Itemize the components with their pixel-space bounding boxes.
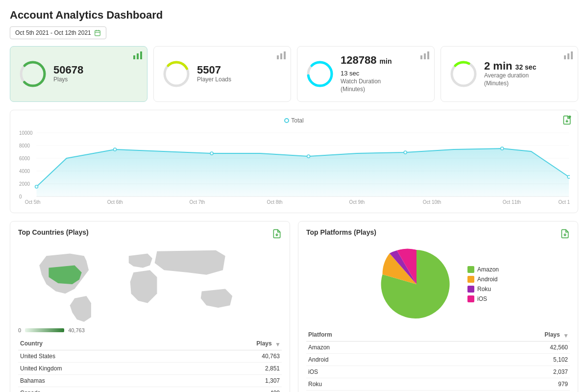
chart-legend: Total [18,117,570,124]
country-name: United States [18,350,183,362]
svg-rect-0 [95,30,100,36]
chart-export-button[interactable]: + [562,115,572,126]
metric-card-watch-duration[interactable]: 128788 min 13 sec Watch Duration(Minutes… [297,46,435,102]
svg-rect-11 [277,55,279,59]
country-col-header: Country [18,337,183,350]
svg-rect-16 [420,55,422,59]
metric-label-avg-duration: Average duration(Minutes) [484,72,570,87]
svg-point-39 [35,185,38,188]
map-scale-min: 0 [18,327,21,333]
gauge-player-loads [162,59,191,89]
map-scale-bar [25,328,64,332]
plays-col-header: Plays ▼ [183,337,282,350]
svg-rect-17 [424,53,426,59]
svg-rect-23 [571,51,573,59]
metric-info-player-loads: 5507 Player Loads [197,64,283,84]
svg-rect-22 [567,53,569,59]
chart-bar-icon-watch-duration [420,51,429,61]
legend-amazon: Amazon [467,266,499,273]
platform-plays: 2,037 [439,366,570,378]
svg-rect-18 [427,51,429,59]
top-platforms-title: Top Platforms (Plays) [306,228,376,236]
metric-value-player-loads: 5507 [197,64,283,76]
ios-color-swatch [467,295,474,302]
svg-point-43 [404,151,407,154]
svg-rect-12 [280,53,282,59]
svg-text:Oct 11th: Oct 11th [503,199,521,205]
svg-point-42 [307,155,310,158]
legend-ios: iOS [467,295,499,302]
platforms-table: Platform Plays ▼ Amazon42,560Android5,10… [306,328,570,391]
svg-point-45 [567,175,570,178]
svg-point-40 [114,148,117,151]
pie-chart-svg [377,245,456,323]
metric-value-watch-duration: 128788 min 13 sec [341,54,426,78]
metric-value-avg-duration: 2 min 32 sec [484,60,570,72]
svg-text:10000: 10000 [19,130,33,136]
countries-table-row: Canada400 [18,387,282,392]
svg-text:Oct 6th: Oct 6th [107,199,123,205]
svg-text:+: + [569,116,570,118]
platform-plays: 979 [439,378,570,390]
metric-info-plays: 50678 Plays [53,64,139,84]
metric-card-player-loads[interactable]: 5507 Player Loads [153,46,291,102]
platform-plays: 5,102 [439,353,570,366]
amazon-legend-label: Amazon [477,266,499,273]
gauge-watch-duration [305,59,335,89]
svg-text:Oct 10th: Oct 10th [423,199,441,205]
metric-info-avg-duration: 2 min 32 sec Average duration(Minutes) [484,60,570,87]
platforms-table-row: Roku979 [306,378,570,390]
map-scale: 0 40,763 [18,327,282,333]
legend-android: Android [467,276,499,283]
map-scale-max: 40,763 [68,327,85,333]
top-countries-export-button[interactable] [272,229,282,240]
country-name: Bahamas [18,374,183,387]
plays-filter-icon[interactable]: ▼ [275,341,280,346]
metric-card-avg-duration[interactable]: 2 min 32 sec Average duration(Minutes) [441,46,578,102]
metric-card-plays[interactable]: 50678 Plays [10,46,147,102]
pie-legend: Amazon Android Roku iOS [467,266,499,302]
svg-text:Oct 7th: Oct 7th [190,199,205,205]
platforms-table-row: iOS2,037 [306,366,570,378]
countries-table-row: Bahamas1,307 [18,374,282,387]
svg-text:0: 0 [19,194,22,199]
total-legend-label: Total [291,117,303,124]
platform-col-header: Platform [306,328,439,342]
line-chart-svg: 10000 8000 6000 4000 2000 0 [18,128,570,206]
metric-label-player-loads: Player Loads [197,76,283,84]
top-platforms-export-button[interactable] [560,229,570,240]
roku-color-swatch [467,286,474,293]
svg-rect-8 [140,51,142,59]
platforms-table-row: Amazon42,560 [306,341,570,353]
svg-text:Oct 12th: Oct 12th [558,199,570,205]
ios-legend-label: iOS [477,295,487,302]
platform-plays: 42,560 [439,341,570,353]
svg-text:Oct 9th: Oct 9th [349,199,365,205]
metric-info-watch-duration: 128788 min 13 sec Watch Duration(Minutes… [341,54,426,94]
chart-bar-icon-plays [133,51,142,61]
chart-bar-icon-avg-duration [564,51,573,61]
country-plays: 2,851 [183,362,282,374]
calendar-icon [94,29,101,36]
roku-legend-label: Roku [477,286,491,293]
platform-plays-filter-icon[interactable]: ▼ [563,332,568,337]
country-plays: 1,307 [183,374,282,387]
svg-rect-6 [133,55,135,59]
platform-name: Roku [306,378,439,390]
top-countries-title: Top Countries (Plays) [18,228,89,236]
platform-plays-col-header: Plays ▼ [439,328,570,342]
country-plays: 400 [183,387,282,392]
country-plays: 40,763 [183,350,282,362]
world-map [18,245,282,323]
svg-rect-7 [137,53,139,59]
metric-cards-container: 50678 Plays 5507 Player Loads [10,46,578,102]
svg-text:6000: 6000 [19,156,30,161]
country-name: United Kingdom [18,362,183,374]
bottom-grid: Top Countries (Plays) [10,221,578,392]
svg-point-41 [210,152,213,155]
date-range-button[interactable]: Oct 5th 2021 - Oct 12th 2021 [10,26,106,39]
platform-name: iOS [306,366,439,378]
gauge-plays [18,59,48,89]
date-range-label: Oct 5th 2021 - Oct 12th 2021 [15,29,91,36]
android-color-swatch [467,276,474,283]
